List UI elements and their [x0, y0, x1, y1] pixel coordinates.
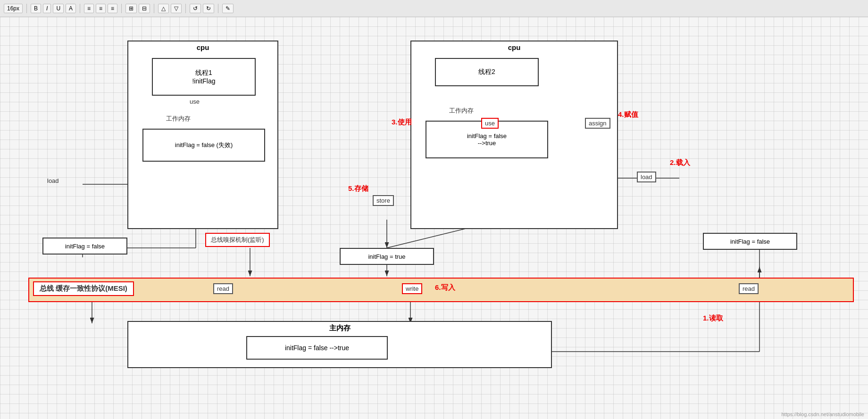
toolbar-divider-1	[26, 4, 27, 13]
initflag-false-left-label: initFlag = false	[65, 243, 105, 250]
assign-label: assign	[589, 120, 607, 127]
move-down-button[interactable]: ▽	[171, 4, 182, 13]
load-right-label: load	[641, 173, 652, 181]
read-label-box: read	[213, 283, 233, 294]
bus-label-box: 总线 缓存一致性协议(MESI)	[33, 281, 134, 296]
bus-snoop-label: 总线嗅探机制(监听)	[211, 236, 264, 243]
watermark: https://blog.csdn.net/anstudiomobile	[781, 411, 864, 417]
cpu-left-cache-value: initFlag = false (失效)	[175, 141, 233, 149]
write-label-box: write	[402, 283, 422, 294]
load-left-label: load	[47, 177, 59, 184]
align-left-button[interactable]: ≡	[84, 4, 94, 13]
cpu-right-outer: cpu 线程2 工作内存 initFlag = false -->true	[410, 41, 618, 229]
cpu-left-outer: cpu 线程1 !initFlag use 工作内存 initFlag = fa…	[127, 41, 278, 229]
use-right-label: use	[485, 120, 495, 127]
cpu-left-title: cpu	[128, 43, 277, 51]
read-label: read	[217, 285, 229, 292]
insert-table-button[interactable]: ⊞	[125, 4, 137, 13]
read-right-label-box: read	[739, 283, 759, 294]
work-mem-left-label: 工作内存	[166, 115, 191, 123]
toolbar-divider-5	[185, 4, 186, 13]
font-size-input[interactable]: 16px	[4, 4, 23, 13]
read-right-label: read	[743, 285, 755, 292]
align-right-button[interactable]: ≡	[108, 4, 117, 13]
cpu-left-thread-label1: 线程1	[195, 69, 212, 77]
label-4: 4.赋值	[618, 110, 638, 119]
bus-snoop-box: 总线嗅探机制(监听)	[205, 233, 270, 247]
use-left-label: use	[190, 98, 200, 105]
initflag-true-label: initFlag = true	[368, 253, 405, 260]
initflag-false-right-label: initFlag = false	[730, 238, 770, 245]
italic-button[interactable]: I	[43, 4, 51, 13]
label-1: 1.读取	[703, 314, 723, 323]
diagram-canvas: cpu 线程1 !initFlag use 工作内存 initFlag = fa…	[0, 17, 868, 419]
label-3: 3.使用	[392, 118, 412, 127]
toolbar-divider-4	[154, 4, 154, 13]
label-6: 6.写入	[435, 283, 455, 292]
toolbar-divider-2	[80, 4, 80, 13]
label-5: 5.存储	[348, 184, 368, 193]
bold-button[interactable]: B	[31, 4, 41, 13]
move-up-button[interactable]: △	[158, 4, 169, 13]
cpu-left-thread-label2: !initFlag	[192, 77, 215, 85]
initflag-true-box: initFlag = true	[340, 248, 434, 265]
write-label: write	[406, 285, 418, 292]
bus-label-text: 总线 缓存一致性协议(MESI)	[40, 284, 127, 292]
edit-button[interactable]: ✎	[222, 4, 234, 13]
main-mem-title: 主内存	[128, 324, 551, 333]
store-label: store	[376, 197, 390, 204]
main-mem-value: initFlag = false -->true	[285, 344, 349, 352]
store-box: store	[373, 195, 394, 206]
toolbar: 16px B I U A ≡ ≡ ≡ ⊞ ⊟ △ ▽ ↺ ↻ ✎	[0, 0, 868, 17]
work-mem-right-label: 工作内存	[449, 107, 474, 115]
cpu-right-thread-box: 线程2	[435, 58, 539, 86]
cpu-left-thread-box: 线程1 !initFlag	[152, 58, 256, 96]
load-right-box: load	[637, 172, 656, 182]
align-center-button[interactable]: ≡	[96, 4, 106, 13]
cpu-right-thread-label: 线程2	[478, 68, 495, 76]
initflag-false-left-box: initFlag = false	[42, 238, 127, 255]
cpu-right-title: cpu	[411, 43, 617, 51]
cpu-left-cache-box: initFlag = false (失效)	[142, 129, 265, 162]
main-mem-value-box: initFlag = false -->true	[246, 336, 388, 360]
label-2: 2.载入	[670, 158, 690, 167]
toolbar-divider-3	[121, 4, 122, 13]
cpu-right-cache-value: initFlag = false -->true	[467, 132, 507, 147]
assign-box: assign	[585, 118, 610, 129]
remove-table-button[interactable]: ⊟	[139, 4, 150, 13]
redo-button[interactable]: ↻	[203, 4, 214, 13]
use-right-box: use	[481, 118, 499, 129]
undo-button[interactable]: ↺	[190, 4, 201, 13]
toolbar-divider-6	[218, 4, 218, 13]
main-mem-outer: 主内存 initFlag = false -->true	[127, 321, 552, 368]
underline-button[interactable]: U	[53, 4, 64, 13]
bus-strip: 总线 缓存一致性协议(MESI) read write 6.写入 read	[28, 278, 854, 302]
font-color-button[interactable]: A	[66, 4, 76, 13]
initflag-false-right-box: initFlag = false	[703, 233, 797, 250]
